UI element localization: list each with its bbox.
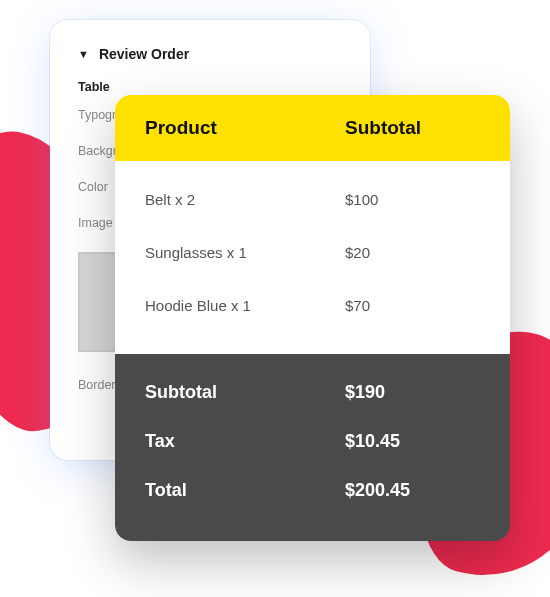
order-header-row: Product Subtotal xyxy=(115,95,510,161)
subtotal-value: $190 xyxy=(345,382,480,403)
tax-row: Tax $10.45 xyxy=(145,417,480,466)
total-value: $200.45 xyxy=(345,480,480,501)
table-row: Sunglasses x 1 $20 xyxy=(145,226,480,279)
item-price: $20 xyxy=(345,244,480,261)
total-row: Total $200.45 xyxy=(145,466,480,515)
caret-down-icon: ▼ xyxy=(78,48,89,60)
section-title: Review Order xyxy=(99,46,189,62)
item-name: Sunglasses x 1 xyxy=(145,244,345,261)
order-totals: Subtotal $190 Tax $10.45 Total $200.45 xyxy=(115,354,510,541)
order-items: Belt x 2 $100 Sunglasses x 1 $20 Hoodie … xyxy=(115,161,510,354)
tax-value: $10.45 xyxy=(345,431,480,452)
item-price: $100 xyxy=(345,191,480,208)
section-header[interactable]: ▼ Review Order xyxy=(78,46,342,62)
settings-subhead: Table xyxy=(78,80,342,94)
table-row: Hoodie Blue x 1 $70 xyxy=(145,279,480,332)
table-row: Belt x 2 $100 xyxy=(145,173,480,226)
order-summary-card: Product Subtotal Belt x 2 $100 Sunglasse… xyxy=(115,95,510,541)
header-subtotal: Subtotal xyxy=(345,117,480,139)
total-label: Total xyxy=(145,480,345,501)
subtotal-label: Subtotal xyxy=(145,382,345,403)
tax-label: Tax xyxy=(145,431,345,452)
field-image-label: Image xyxy=(78,216,113,230)
field-color-label: Color xyxy=(78,180,108,194)
item-name: Hoodie Blue x 1 xyxy=(145,297,345,314)
item-name: Belt x 2 xyxy=(145,191,345,208)
subtotal-row: Subtotal $190 xyxy=(145,368,480,417)
header-product: Product xyxy=(145,117,345,139)
item-price: $70 xyxy=(345,297,480,314)
